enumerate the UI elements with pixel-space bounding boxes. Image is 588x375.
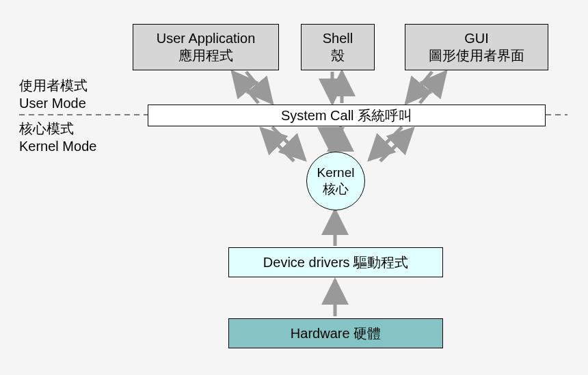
box-shell-zh: 殼 — [331, 47, 345, 64]
box-user-application: User Application 應用程式 — [133, 24, 279, 70]
label-user-mode: 使用者模式 User Mode — [19, 77, 88, 112]
label-kernel-mode: 核心模式 Kernel Mode — [19, 120, 96, 155]
box-gui-en: GUI — [464, 30, 489, 47]
circle-kernel-zh: 核心 — [323, 181, 349, 197]
circle-kernel: Kernel 核心 — [306, 152, 365, 210]
diagram-canvas: 使用者模式 User Mode 核心模式 Kernel Mode User Ap… — [0, 0, 588, 375]
box-system-call-label: System Call 系統呼叫 — [281, 107, 412, 124]
box-device-drivers-label: Device drivers 驅動程式 — [263, 254, 408, 271]
label-kernel-mode-zh: 核心模式 — [19, 120, 96, 137]
box-user-application-zh: 應用程式 — [178, 47, 233, 64]
box-hardware: Hardware 硬體 — [228, 318, 443, 348]
svg-line-12 — [380, 128, 413, 161]
label-user-mode-zh: 使用者模式 — [19, 77, 88, 94]
svg-line-7 — [272, 127, 305, 160]
box-user-application-en: User Application — [157, 30, 256, 47]
box-shell: Shell 殼 — [301, 24, 375, 70]
svg-line-11 — [369, 127, 402, 160]
box-gui: GUI 圖形使用者界面 — [405, 24, 548, 70]
box-gui-zh: 圖形使用者界面 — [429, 47, 524, 64]
box-system-call: System Call 系統呼叫 — [148, 105, 546, 126]
label-user-mode-en: User Mode — [19, 94, 88, 112]
box-device-drivers: Device drivers 驅動程式 — [228, 247, 443, 277]
box-shell-en: Shell — [323, 30, 353, 47]
label-kernel-mode-en: Kernel Mode — [19, 137, 96, 155]
svg-line-6 — [420, 72, 446, 103]
svg-line-5 — [406, 72, 432, 103]
svg-line-2 — [232, 72, 258, 103]
svg-line-8 — [261, 128, 294, 161]
box-hardware-label: Hardware 硬體 — [291, 325, 381, 342]
circle-kernel-en: Kernel — [317, 165, 355, 181]
svg-line-1 — [246, 72, 272, 103]
